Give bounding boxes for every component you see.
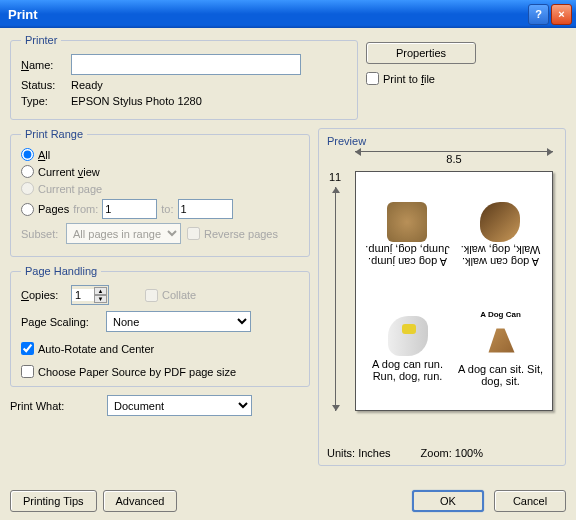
print-to-file-checkbox[interactable]: Print to file (366, 72, 566, 85)
printer-group: Printer Name: EPSON Stylus Photo 1280 St… (10, 34, 358, 120)
status-value: Ready (71, 79, 103, 91)
printing-tips-button[interactable]: Printing Tips (10, 490, 97, 512)
preview-page: A dog can jump. Jump, dog, jump. A dog c… (355, 171, 553, 411)
radio-current-view[interactable]: Current view (21, 165, 299, 178)
name-label: Name: (21, 59, 71, 71)
spin-up-icon[interactable]: ▲ (94, 287, 107, 295)
radio-current-page: Current page (21, 182, 299, 195)
cancel-button[interactable]: Cancel (494, 490, 566, 512)
reverse-checkbox: Reverse pages (187, 227, 278, 240)
choose-paper-checkbox[interactable]: Choose Paper Source by PDF page size (21, 365, 299, 378)
printer-name-select[interactable]: EPSON Stylus Photo 1280 (71, 54, 301, 75)
radio-all[interactable]: All (21, 148, 299, 161)
preview-area: 8.5 11 A dog can jump. Jump, dog, jump. … (327, 151, 557, 441)
collate-checkbox: Collate (145, 289, 196, 302)
advanced-button[interactable]: Advanced (103, 490, 178, 512)
scaling-select[interactable]: None (106, 311, 251, 332)
properties-button[interactable]: Properties (366, 42, 476, 64)
print-what-select[interactable]: Document (107, 395, 252, 416)
printer-legend: Printer (21, 34, 61, 46)
preview-group: Preview 8.5 11 A dog can jump. Jump, dog… (318, 128, 566, 466)
titlebar: Print ? × (0, 0, 576, 28)
preview-height: 11 (329, 171, 341, 183)
handling-legend: Page Handling (21, 265, 101, 277)
type-label: Type: (21, 95, 71, 107)
scaling-label: Page Scaling: (21, 316, 106, 328)
pages-to-input[interactable] (178, 199, 233, 219)
copies-label: Copies: (21, 289, 71, 301)
pages-from-input[interactable] (102, 199, 157, 219)
subset-select: All pages in range (66, 223, 181, 244)
print-range-group: Print Range All Current view Current pag… (10, 128, 310, 257)
status-label: Status: (21, 79, 71, 91)
copies-spinner[interactable]: ▲▼ (71, 285, 109, 305)
window-title: Print (8, 7, 526, 22)
ok-button[interactable]: OK (412, 490, 484, 512)
close-button[interactable]: × (551, 4, 572, 25)
spin-down-icon[interactable]: ▼ (94, 295, 107, 303)
auto-rotate-checkbox[interactable]: Auto-Rotate and Center (21, 342, 299, 355)
print-to-file-label: Print to file (383, 73, 435, 85)
print-what-label: Print What: (10, 400, 95, 412)
help-button[interactable]: ? (528, 4, 549, 25)
preview-width: 8.5 (361, 153, 547, 165)
page-handling-group: Page Handling Copies: ▲▼ Collate Page Sc… (10, 265, 310, 387)
preview-legend: Preview (327, 135, 557, 147)
type-value: EPSON Stylus Photo 1280 (71, 95, 202, 107)
radio-pages[interactable]: Pages from: to: (21, 199, 299, 219)
range-legend: Print Range (21, 128, 87, 140)
